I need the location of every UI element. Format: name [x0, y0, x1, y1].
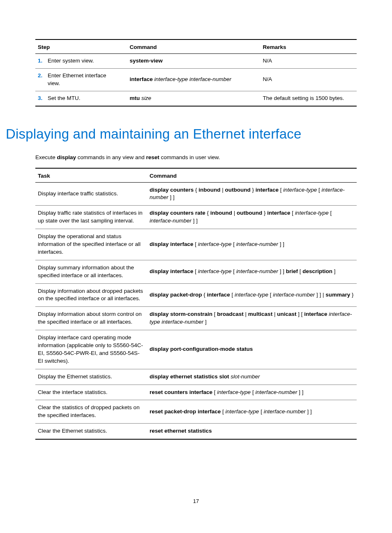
task-cell: Display the Ethernet statistics. [35, 369, 147, 385]
step-cell: 2.Enter Ethernet interface view. [35, 68, 127, 91]
table-row: Clear the interface statistics.reset cou… [35, 385, 357, 400]
command-text: | [232, 210, 237, 216]
command-text: [ [221, 408, 225, 415]
command-italic: interface-type [295, 210, 329, 216]
command-italic: size [140, 95, 151, 101]
command-text: ] ] [278, 241, 284, 247]
remarks-cell: N/A [260, 68, 357, 91]
command-bold: mtu [129, 95, 140, 101]
command-italic: interface-type interface-number [153, 76, 231, 82]
command-cell: display storm-constrain [ broadcast | mu… [147, 307, 357, 330]
tasks-table: Task Command Display interface traffic s… [35, 168, 357, 440]
task-cell: Display interface traffic statistics. [35, 182, 147, 206]
task-cell: Clear the statistics of dropped packets … [35, 400, 147, 424]
command-bold: reset packet-drop interface [150, 408, 221, 415]
command-text: ] ] [168, 194, 175, 200]
command-cell: interface interface-type interface-numbe… [127, 68, 260, 91]
command-bold: outbound [237, 210, 262, 216]
section-heading: Displaying and maintaining an Ethernet i… [6, 126, 357, 142]
step-number: 1. [38, 57, 48, 65]
intro-bold: reset [146, 154, 159, 160]
command-italic: interface-number [273, 292, 315, 298]
command-text: ] [ [296, 311, 304, 317]
intro-text: Execute [35, 154, 57, 160]
intro-text: commands in user view. [159, 154, 220, 160]
command-italic: interface-type [235, 292, 268, 298]
command-text: ] ] [306, 408, 312, 415]
command-italic: interface-number [236, 241, 278, 247]
command-cell: system-view [127, 54, 260, 69]
intro-bold: display [57, 154, 76, 160]
command-italic: interface-type [217, 389, 251, 395]
command-bold: inbound [210, 210, 232, 216]
command-bold: reset counters interface [150, 389, 212, 395]
command-cell: display counters { inbound | outbound } … [147, 182, 357, 206]
command-text: { [205, 210, 210, 216]
task-cell: Display summary information about the sp… [35, 260, 147, 283]
command-bold: reset ethernet statistics [150, 428, 212, 434]
command-bold: system-view [129, 58, 162, 64]
steps-header-command: Command [127, 39, 260, 54]
command-cell: reset packet-drop interface [ interface-… [147, 400, 357, 424]
table-row: 3.Set the MTU.mtu sizeThe default settin… [35, 91, 357, 106]
table-row: Display information about storm control … [35, 307, 357, 330]
table-row: Clear the Ethernet statistics.reset ethe… [35, 424, 357, 439]
command-text: | [272, 311, 277, 317]
command-text: | [221, 187, 225, 193]
command-italic: interface-number [264, 408, 306, 415]
table-row: Clear the statistics of dropped packets … [35, 400, 357, 424]
command-text: [ [251, 389, 255, 395]
remarks-cell: N/A [260, 54, 357, 69]
tasks-header-task: Task [35, 168, 147, 183]
table-row: Display the Ethernet statistics.display … [35, 369, 357, 385]
steps-table: Step Command Remarks 1.Enter system view… [35, 39, 357, 107]
command-bold: interface [129, 76, 152, 82]
command-bold: display interface [150, 241, 194, 247]
task-cell: Clear the Ethernet statistics. [35, 424, 147, 439]
task-cell: Display information about dropped packet… [35, 283, 147, 307]
command-text: [ [291, 210, 295, 216]
command-italic: interface-type [283, 187, 317, 193]
command-text: ] ] [191, 218, 198, 224]
command-cell: reset counters interface [ interface-typ… [147, 385, 357, 400]
command-bold: unicast [277, 311, 296, 317]
command-bold: brief [286, 268, 298, 274]
table-row: Display information about dropped packet… [35, 283, 357, 307]
command-text: { [202, 292, 207, 298]
command-text: [ [212, 311, 217, 317]
command-bold: display counters rate [150, 210, 205, 216]
command-italic: interface-number [236, 268, 278, 274]
step-number: 3. [38, 95, 48, 102]
command-text: [ [232, 241, 236, 247]
command-bold: display port-configuration-mode status [150, 346, 253, 352]
task-cell: Display interface card operating mode in… [35, 330, 147, 369]
command-italic: interface-type [198, 268, 232, 274]
command-bold: multicast [248, 311, 272, 317]
command-text: ] ] [278, 268, 286, 274]
command-bold: display ethernet statistics slot [150, 373, 229, 380]
table-row: Display the operational and status infor… [35, 229, 357, 260]
table-header-row: Step Command Remarks [35, 39, 357, 54]
command-text: { [194, 187, 198, 193]
command-cell: display ethernet statistics slot slot-nu… [147, 369, 357, 385]
command-text: ] [203, 319, 207, 325]
command-bold: interface [267, 210, 290, 216]
command-text: [ [232, 268, 236, 274]
command-text: [ [230, 292, 235, 298]
command-bold: description [302, 268, 332, 274]
command-bold: interface [207, 292, 230, 298]
step-text: Enter system view. [48, 57, 113, 65]
table-row: Display interface card operating mode in… [35, 330, 357, 369]
command-text: } [262, 210, 267, 216]
command-bold: summary [325, 292, 350, 298]
intro-paragraph: Execute display commands in any view and… [35, 154, 357, 160]
command-bold: interface [304, 311, 327, 317]
table-row: Display interface traffic statistics.dis… [35, 182, 357, 206]
task-cell: Display the operational and status infor… [35, 229, 147, 260]
command-cell: mtu size [127, 91, 260, 106]
command-cell: display port-configuration-mode status [147, 330, 357, 369]
page-number: 17 [0, 498, 392, 504]
step-number: 2. [38, 72, 48, 80]
task-cell: Clear the interface statistics. [35, 385, 147, 400]
steps-header-step: Step [35, 39, 127, 54]
